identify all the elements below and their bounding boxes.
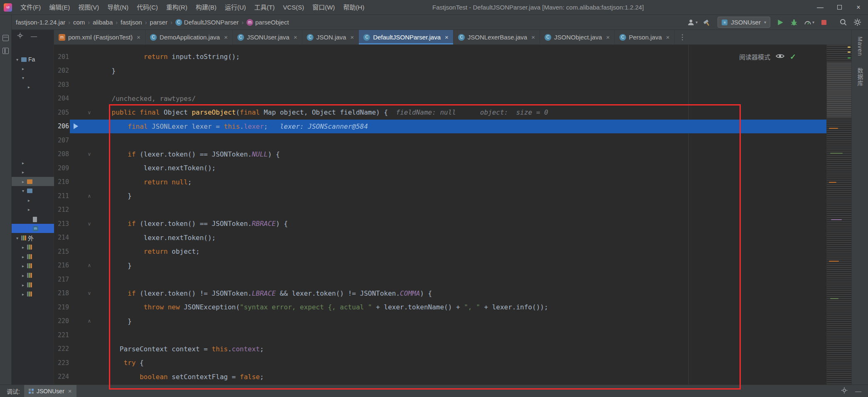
tree-row[interactable]: m — [12, 224, 54, 233]
chevron-right-icon[interactable]: ▸ — [27, 198, 31, 203]
debug-session-tab[interactable]: JSONUser × — [24, 385, 76, 397]
line-number[interactable]: 202 — [54, 67, 70, 74]
line-number[interactable]: 224 — [54, 373, 70, 380]
chevron-right-icon[interactable]: ▸ — [21, 245, 25, 250]
line-number[interactable]: 205 — [54, 109, 70, 116]
line-number[interactable]: 203 — [54, 81, 70, 88]
menu-item[interactable]: 工具(T) — [250, 0, 279, 15]
editor-tab[interactable]: CDemoApplication.java× — [145, 30, 233, 44]
menu-item[interactable]: VCS(S) — [279, 0, 308, 15]
breadcrumb-item[interactable]: alibaba — [93, 19, 113, 26]
window-minimize-button[interactable]: — — [811, 0, 830, 15]
line-number[interactable]: 215 — [54, 248, 70, 255]
editor-tab[interactable]: CDefaultJSONParser.java× — [359, 30, 453, 44]
database-tool-window-button[interactable]: 数据库 — [856, 68, 864, 86]
code-line[interactable]: 211∧ } — [54, 189, 826, 203]
line-number[interactable]: 219 — [54, 304, 70, 311]
chevron-down-icon[interactable]: ▾ — [15, 236, 20, 240]
code-line[interactable]: 218∨ if (lexer.token() != JSONToken.LBRA… — [54, 287, 826, 301]
tree-row[interactable]: ▾ — [12, 186, 54, 195]
chevron-down-icon[interactable]: ▾ — [15, 57, 20, 62]
chevron-right-icon[interactable]: ▸ — [27, 85, 31, 89]
chevron-right-icon[interactable]: ▸ — [21, 264, 25, 268]
chevron-right-icon[interactable]: ▸ — [21, 273, 25, 278]
hide-panel-icon[interactable]: — — [855, 387, 861, 395]
line-number[interactable]: 210 — [54, 178, 70, 186]
code-line[interactable]: 205∨ public final Object parseObject(fin… — [54, 105, 826, 120]
menu-item[interactable]: 文件(F) — [16, 0, 45, 15]
breadcrumb-item[interactable]: fastjson — [121, 19, 142, 26]
line-number[interactable]: 209 — [54, 164, 70, 172]
fold-start-icon[interactable]: ∨ — [83, 110, 96, 115]
fold-start-icon[interactable]: ∨ — [83, 291, 96, 296]
close-icon[interactable]: × — [606, 34, 610, 41]
line-number[interactable]: 220 — [54, 317, 70, 325]
build-button[interactable] — [704, 19, 711, 26]
code-line[interactable]: 203 — [54, 78, 826, 92]
close-icon[interactable]: × — [666, 34, 670, 41]
line-number[interactable]: 204 — [54, 95, 70, 102]
code-line[interactable]: 217 — [54, 272, 826, 287]
line-number[interactable]: 221 — [54, 331, 70, 339]
tree-row[interactable]: ▸ — [12, 261, 54, 270]
line-number[interactable]: 218 — [54, 289, 70, 297]
window-maximize-button[interactable] — [830, 0, 849, 15]
code-line[interactable]: 214 lexer.nextToken(); — [54, 231, 826, 245]
tree-row[interactable]: ▸ — [12, 167, 54, 176]
line-number[interactable]: 213 — [54, 220, 70, 228]
chevron-down-icon[interactable]: ▾ — [21, 189, 25, 193]
maven-tool-window-button[interactable]: Maven — [857, 37, 863, 56]
fold-start-icon[interactable]: ∨ — [83, 152, 96, 157]
line-number[interactable]: 222 — [54, 345, 70, 353]
line-number[interactable]: 211 — [54, 192, 70, 200]
fold-end-icon[interactable]: ∧ — [83, 319, 96, 323]
breadcrumb-item[interactable]: com — [73, 19, 85, 26]
menu-item[interactable]: 视图(V) — [74, 0, 103, 15]
code-line[interactable]: 221 — [54, 328, 826, 342]
menu-item[interactable]: 编辑(E) — [45, 0, 74, 15]
line-number[interactable]: 217 — [54, 276, 70, 283]
line-number[interactable]: 214 — [54, 234, 70, 241]
fold-end-icon[interactable]: ∧ — [83, 194, 96, 198]
tree-row[interactable]: ▾外 — [12, 233, 54, 243]
settings-button[interactable] — [841, 387, 848, 395]
editor-tab[interactable]: CJSONUser.java× — [233, 30, 302, 44]
tree-row[interactable]: ▾Fa — [12, 55, 54, 64]
tree-row[interactable]: ▸ — [12, 205, 54, 214]
chevron-right-icon[interactable]: ▸ — [21, 292, 25, 297]
profiler-button[interactable]: ▾ — [804, 19, 814, 26]
breadcrumb-item[interactable]: fastjson-1.2.24.jar — [16, 19, 65, 26]
code-line[interactable]: 202 } — [54, 64, 826, 78]
inspections-ok-icon[interactable]: ✓ — [790, 53, 796, 61]
run-button[interactable] — [777, 19, 784, 26]
tree-row[interactable]: ▸ — [12, 271, 54, 280]
tree-row[interactable]: ▸ — [12, 252, 54, 261]
chevron-right-icon[interactable]: ▸ — [21, 179, 25, 184]
code-line[interactable]: 201 return input.toString(); — [54, 50, 826, 64]
menu-item[interactable]: 窗口(W) — [308, 0, 339, 15]
editor-tab[interactable]: CJSONLexerBase.java× — [454, 30, 540, 44]
run-config-selector[interactable]: ≡ JSONUser ▾ — [718, 17, 770, 28]
reader-mode-toggle[interactable] — [776, 53, 784, 60]
close-icon[interactable]: × — [293, 34, 297, 41]
tree-row[interactable]: ▸ — [12, 196, 54, 205]
chevron-right-icon[interactable]: ▸ — [21, 255, 25, 259]
line-number[interactable]: 223 — [54, 359, 70, 367]
code-line[interactable]: 208∨ if (lexer.token() == JSONToken.NULL… — [54, 147, 826, 162]
line-number[interactable]: 212 — [54, 206, 70, 213]
search-everywhere-button[interactable] — [839, 18, 847, 26]
line-number[interactable]: 206 — [54, 123, 70, 130]
code-line[interactable]: 216∧ } — [54, 259, 826, 273]
tree-row[interactable]: ▸ — [12, 280, 54, 289]
structure-tool-window-button[interactable] — [2, 48, 9, 54]
line-number[interactable]: 208 — [54, 150, 70, 158]
line-number[interactable]: 216 — [54, 262, 70, 269]
tree-row[interactable]: ▸ — [12, 243, 54, 252]
editor-tab[interactable]: CJSON.java× — [302, 30, 359, 44]
stop-button[interactable] — [821, 19, 827, 26]
code-line[interactable]: 215 return object; — [54, 245, 826, 259]
tree-row[interactable] — [12, 215, 54, 224]
line-number[interactable]: 201 — [54, 53, 70, 61]
gear-icon[interactable] — [17, 32, 23, 39]
tab-options-icon[interactable]: ⋮ — [679, 33, 686, 42]
